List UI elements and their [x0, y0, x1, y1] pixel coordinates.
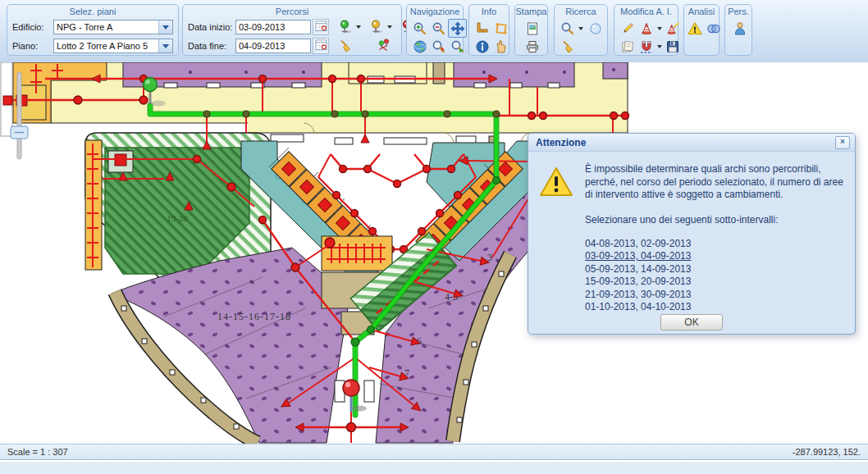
- waypoint-dropdown[interactable]: [386, 19, 393, 36]
- edificio-value[interactable]: [54, 21, 158, 34]
- edificio-label: Edificio:: [12, 22, 53, 32]
- dialog-body: È impossibile determinare quali archi so…: [528, 152, 855, 314]
- wing-left-label: 14-15-16-17-18: [217, 311, 291, 322]
- piano-dropdown-button[interactable]: [158, 39, 172, 52]
- close-icon[interactable]: ×: [835, 136, 850, 149]
- print-preview-icon: [525, 21, 540, 36]
- measure-area-button[interactable]: [491, 19, 510, 38]
- piano-value[interactable]: [54, 39, 158, 52]
- snap-button[interactable]: [637, 37, 656, 56]
- work-area-edit-button[interactable]: [663, 19, 682, 38]
- group-title: Percorsi: [183, 7, 401, 17]
- ok-button[interactable]: OK: [660, 314, 723, 330]
- print-preview-button[interactable]: [523, 19, 541, 38]
- data-fine-calendar-button[interactable]: [313, 38, 329, 54]
- work-area-button[interactable]: [637, 19, 656, 38]
- zoom-out-icon: [432, 21, 446, 36]
- group-analisi: Analisi: [683, 4, 720, 56]
- data-fine-label: Data fine:: [188, 41, 235, 51]
- attention-dialog: Attenzione × È impossibile determinare q…: [528, 133, 856, 335]
- snap-dropdown[interactable]: [656, 38, 663, 55]
- clear-search-icon: [560, 39, 575, 54]
- piano-combobox[interactable]: [53, 39, 173, 53]
- edificio-combobox[interactable]: [53, 20, 173, 34]
- dialog-titlebar: Attenzione ×: [528, 134, 855, 152]
- edit-button[interactable]: [618, 19, 637, 38]
- interval-option[interactable]: 03-09-2013, 04-09-2013: [585, 250, 845, 263]
- data-inizio-field[interactable]: [235, 20, 311, 34]
- data-fine-value[interactable]: [236, 39, 310, 52]
- search-button[interactable]: [558, 19, 577, 38]
- save-button[interactable]: [663, 37, 682, 56]
- status-bar: Scale = 1 : 307 -287.99123, 152.: [0, 444, 868, 460]
- notes-icon: [620, 39, 635, 54]
- group-title: Navigazione: [407, 7, 463, 17]
- chevron-down-icon: [162, 25, 169, 30]
- full-extent-button[interactable]: [410, 37, 429, 56]
- coordinates-indicator: -287.99123, 152.: [793, 447, 868, 457]
- warning-icon: [539, 166, 573, 198]
- zone-label: 19-20: [167, 213, 188, 223]
- group-stampa: Stampa: [514, 4, 548, 56]
- lens-icon: [588, 21, 603, 36]
- zoom-previous-button[interactable]: [429, 37, 448, 56]
- zoom-in-icon: [413, 21, 427, 36]
- interval-option[interactable]: 04-08-2013, 02-09-2013: [585, 238, 845, 251]
- start-point-dropdown[interactable]: [354, 19, 362, 36]
- lens-button[interactable]: [586, 19, 605, 38]
- print-button[interactable]: [523, 37, 541, 56]
- door-right: [364, 381, 374, 402]
- group-title: Stampa: [515, 7, 547, 17]
- notes-button[interactable]: [618, 37, 637, 56]
- waypoint-button[interactable]: [367, 18, 386, 37]
- snap-icon: [639, 39, 654, 54]
- interval-option[interactable]: 21-09-2013, 30-09-2013: [585, 289, 845, 302]
- group-pers: Pers.: [724, 4, 752, 56]
- print-icon: [525, 39, 540, 54]
- measure-distance-button[interactable]: [473, 19, 491, 38]
- dialog-prompt: Selezionare uno dei seguenti sotto-inter…: [585, 214, 845, 226]
- zoom-next-button[interactable]: [448, 37, 467, 56]
- interval-option[interactable]: 05-09-2013, 14-09-2013: [585, 263, 845, 276]
- edificio-dropdown-button[interactable]: [158, 21, 172, 34]
- group-ricerca: Ricerca: [554, 4, 608, 56]
- interval-option[interactable]: 15-09-2013, 20-09-2013: [585, 276, 845, 289]
- pan-button[interactable]: [448, 19, 467, 38]
- group-navigazione: Navigazione: [406, 4, 464, 56]
- data-fine-field[interactable]: [235, 39, 311, 53]
- group-selez-piani: Selez. piani Edificio: Piano:: [7, 4, 179, 56]
- group-info: Info: [468, 4, 509, 56]
- group-title: Info: [469, 7, 509, 17]
- info-button[interactable]: [473, 37, 491, 56]
- work-area-dropdown[interactable]: [656, 20, 663, 37]
- work-area-icon: [639, 21, 654, 36]
- group-percorsi: Percorsi Data inizio: Data fine:: [182, 4, 402, 56]
- measure-distance-icon: [475, 21, 490, 36]
- dialog-message: È impossibile determinare quali archi so…: [585, 163, 844, 202]
- clear-route-button[interactable]: [336, 37, 354, 56]
- group-title: Pers.: [725, 7, 752, 17]
- search-dropdown[interactable]: [577, 20, 584, 37]
- overlap-analysis-button[interactable]: [704, 19, 723, 38]
- save-icon: [665, 39, 680, 54]
- user-button[interactable]: [730, 19, 749, 38]
- group-title: Modifica A. I.: [614, 7, 678, 17]
- interval-list: 04-08-2013, 02-09-2013 03-09-2013, 04-09…: [585, 238, 845, 314]
- compute-route-button[interactable]: [374, 37, 393, 56]
- select-button[interactable]: [491, 37, 510, 56]
- zoom-next-icon: [450, 39, 465, 54]
- data-inizio-calendar-button[interactable]: [313, 19, 329, 35]
- group-title: Selez. piani: [7, 7, 178, 17]
- zoom-in-button[interactable]: [410, 19, 429, 38]
- start-point-button[interactable]: [336, 18, 354, 37]
- zoom-out-button[interactable]: [429, 19, 448, 38]
- clear-search-button[interactable]: [558, 37, 577, 56]
- group-title: Analisi: [684, 7, 719, 17]
- bottom-strip: [0, 461, 868, 474]
- data-inizio-value[interactable]: [236, 21, 310, 34]
- chevron-down-icon: [162, 44, 169, 48]
- route-icon: [377, 39, 391, 53]
- measure-area-icon: [494, 21, 509, 36]
- interval-option[interactable]: 01-10-2013, 04-10-2013: [585, 301, 845, 314]
- warning-analysis-button[interactable]: [685, 19, 704, 38]
